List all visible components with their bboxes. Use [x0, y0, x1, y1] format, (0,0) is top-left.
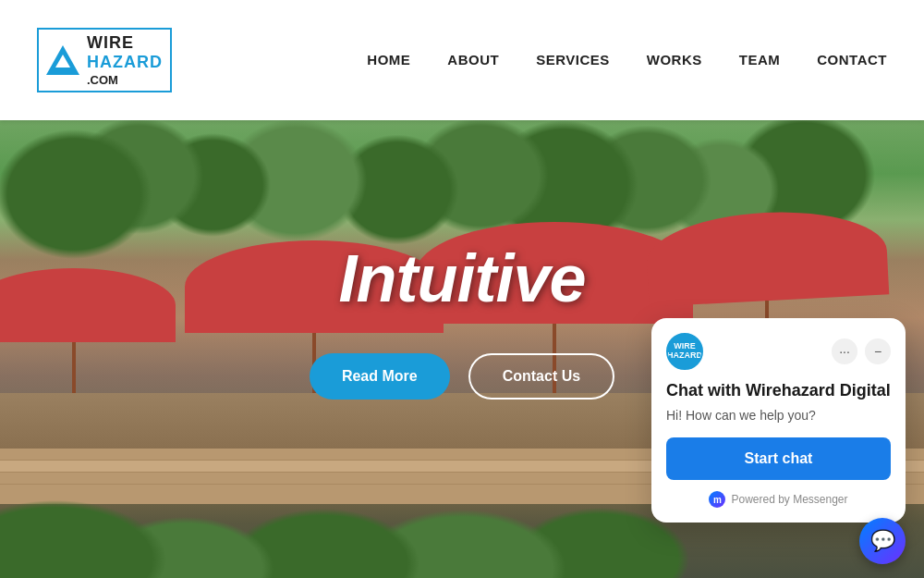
logo-com: .COM: [87, 73, 163, 88]
nav-link-contact[interactable]: CONTACT: [817, 52, 887, 68]
hero-title: Intuitive: [338, 240, 585, 316]
avatar: WIRE HAZARD: [666, 333, 703, 370]
read-more-button[interactable]: Read More: [310, 353, 450, 400]
chat-more-button[interactable]: ···: [832, 338, 857, 364]
chat-bubble-icon: 💬: [870, 529, 895, 553]
chat-body: Chat with Wirehazard Digital Hi! How can…: [651, 381, 906, 523]
nav-item-contact[interactable]: CONTACT: [817, 52, 887, 68]
nav-link-services[interactable]: SERVICES: [536, 52, 610, 68]
logo-text: WIRE HAZARD .COM: [87, 33, 163, 88]
chat-bubble-button[interactable]: 💬: [859, 518, 906, 564]
nav-link-works[interactable]: WORKS: [647, 52, 702, 68]
chat-header-controls: ··· −: [832, 338, 891, 364]
chat-minimize-button[interactable]: −: [865, 338, 891, 364]
powered-by-text: Powered by Messenger: [731, 493, 847, 506]
nav-item-home[interactable]: HOME: [367, 52, 410, 68]
avatar-text: WIRE HAZARD: [667, 342, 702, 361]
nav-link-team[interactable]: TEAM: [739, 52, 781, 68]
logo[interactable]: WIRE HAZARD .COM: [37, 28, 172, 93]
hero-buttons: Read More Contact Us: [310, 353, 614, 400]
nav-item-works[interactable]: WORKS: [647, 52, 702, 68]
nav-item-services[interactable]: SERVICES: [536, 52, 610, 68]
logo-triangle-icon: [46, 45, 79, 75]
start-chat-button[interactable]: Start chat: [666, 437, 891, 480]
nav-item-team[interactable]: TEAM: [739, 52, 781, 68]
logo-box: WIRE HAZARD .COM: [37, 28, 172, 93]
nav-item-about[interactable]: ABOUT: [447, 52, 499, 68]
chat-powered-by: m Powered by Messenger: [666, 491, 891, 508]
logo-hazard: HAZARD: [87, 53, 163, 73]
messenger-icon: m: [709, 491, 725, 508]
nav-link-about[interactable]: ABOUT: [447, 52, 499, 68]
contact-us-button[interactable]: Contact Us: [468, 353, 614, 400]
navbar: WIRE HAZARD .COM HOME ABOUT SERVICES WOR…: [0, 0, 924, 120]
chat-subtitle: Hi! How can we help you?: [666, 408, 891, 423]
nav-links: HOME ABOUT SERVICES WORKS TEAM CONTACT: [367, 52, 887, 68]
chat-widget: WIRE HAZARD ··· − Chat with Wirehazard D…: [651, 318, 906, 523]
chat-header: WIRE HAZARD ··· −: [651, 318, 906, 381]
chat-title: Chat with Wirehazard Digital: [666, 381, 891, 400]
logo-wire: WIRE: [87, 33, 163, 54]
nav-link-home[interactable]: HOME: [367, 52, 410, 68]
